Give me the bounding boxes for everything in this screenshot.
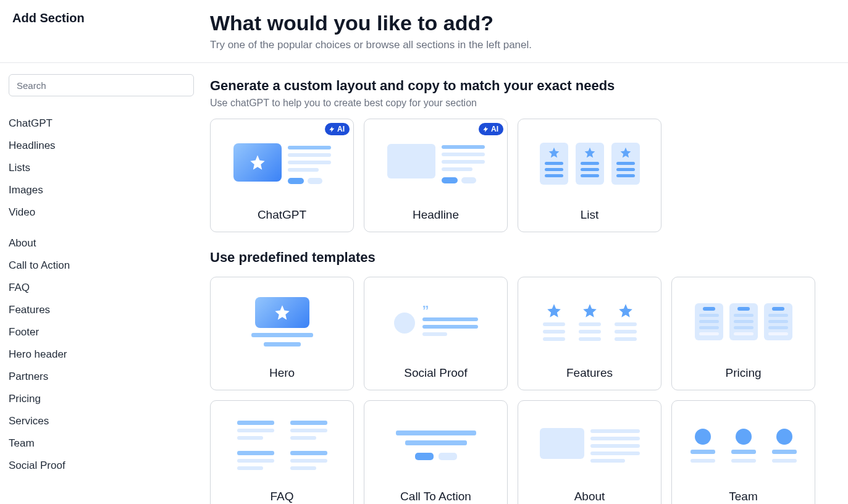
star-icon (619, 146, 632, 159)
sidebar-title: Add Section (12, 11, 210, 25)
card-social-proof[interactable]: ” Social Proof (364, 277, 508, 390)
thumb-pricing (672, 277, 815, 366)
ai-badge: AI (479, 123, 503, 135)
sidebar-item-chatgpt[interactable]: ChatGPT (9, 112, 201, 135)
card-label: Pricing (725, 366, 761, 390)
star-icon (584, 146, 596, 159)
card-faq[interactable]: FAQ (210, 400, 354, 504)
card-label: About (574, 490, 605, 504)
card-hero[interactable]: Hero (210, 277, 354, 390)
thumb-about (518, 401, 661, 490)
sidebar-item-faq[interactable]: FAQ (9, 277, 201, 299)
page-subtitle: Try one of the popular choices or browse… (210, 39, 848, 51)
sidebar-item-about[interactable]: About (9, 232, 201, 254)
custom-section-subtitle: Use chatGPT to help you to create best c… (210, 98, 842, 109)
star-icon (249, 154, 266, 171)
sidebar-item-headlines[interactable]: Headlines (9, 135, 201, 157)
bolt-icon (482, 126, 489, 133)
thumb-team (672, 401, 815, 490)
card-list[interactable]: List (518, 119, 661, 232)
sidebar-item-lists[interactable]: Lists (9, 157, 201, 179)
card-features[interactable]: Features (518, 277, 661, 390)
thumb-hero (211, 277, 353, 366)
card-label: Headline (413, 208, 459, 232)
thumb-list (518, 119, 661, 208)
card-about[interactable]: About (518, 400, 661, 504)
card-label: Team (729, 490, 757, 504)
sidebar-item-social-proof[interactable]: Social Proof (9, 455, 201, 477)
card-cta[interactable]: Call To Action (364, 400, 508, 504)
sidebar-item-images[interactable]: Images (9, 179, 201, 201)
sidebar-item-services[interactable]: Services (9, 410, 201, 432)
star-icon (274, 304, 291, 321)
sidebar-item-features[interactable]: Features (9, 299, 201, 321)
star-icon (618, 303, 634, 319)
bolt-icon (329, 126, 335, 133)
thumb-features (518, 277, 661, 366)
sidebar-item-partners[interactable]: Partners (9, 366, 201, 388)
thumb-faq (211, 401, 353, 490)
card-headline[interactable]: AI (364, 119, 508, 232)
page-title: What would you like to add? (210, 11, 848, 35)
custom-section-title: Generate a custom layout and copy to mat… (210, 78, 842, 94)
quote-icon: ” (422, 308, 478, 314)
card-label: Social Proof (404, 366, 467, 390)
templates-section-title: Use predefined templates (210, 250, 842, 266)
card-label: List (581, 208, 599, 232)
card-chatgpt[interactable]: AI (210, 119, 354, 232)
sidebar-item-pricing[interactable]: Pricing (9, 388, 201, 410)
ai-badge: AI (325, 123, 350, 135)
thumb-social-proof: ” (364, 277, 507, 366)
card-label: Features (566, 366, 613, 390)
sidebar-item-hero-header[interactable]: Hero header (9, 343, 201, 366)
sidebar-item-call-to-action[interactable]: Call to Action (9, 254, 201, 277)
star-icon (582, 303, 598, 319)
thumb-cta (364, 401, 507, 490)
star-icon (546, 303, 562, 319)
card-pricing[interactable]: Pricing (671, 277, 815, 390)
card-label: Call To Action (400, 490, 471, 504)
star-icon (548, 146, 560, 159)
card-team[interactable]: Team (671, 400, 815, 504)
sidebar-item-team[interactable]: Team (9, 432, 201, 455)
sidebar-item-video[interactable]: Video (9, 201, 201, 224)
sidebar-item-footer[interactable]: Footer (9, 321, 201, 343)
card-label: ChatGPT (258, 208, 306, 232)
card-label: Hero (269, 366, 295, 390)
search-input[interactable] (9, 74, 194, 96)
card-label: FAQ (270, 490, 293, 504)
